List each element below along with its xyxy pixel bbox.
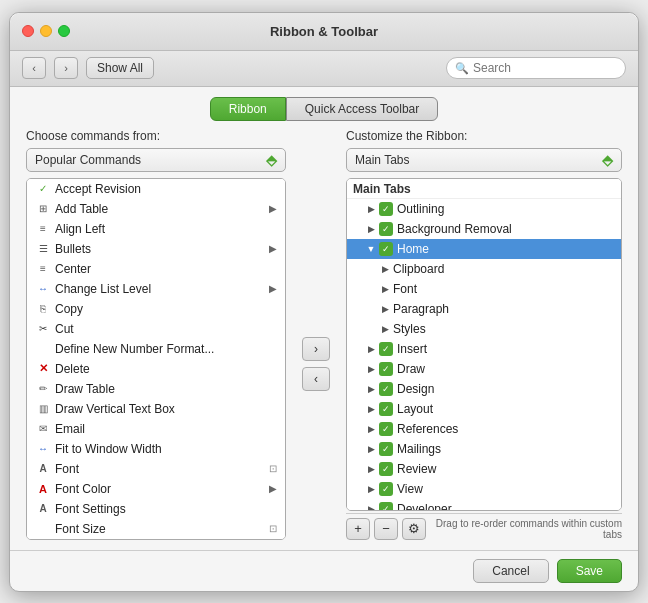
- right-dropdown-text: Main Tabs: [355, 153, 409, 167]
- list-item[interactable]: ⎘ Copy: [27, 299, 285, 319]
- ribbon-tree[interactable]: Main Tabs ▶ ✓ Outlining ▶ ✓ Background R…: [346, 178, 622, 511]
- list-item[interactable]: ▥ Draw Vertical Text Box: [27, 399, 285, 419]
- toggle-icon[interactable]: ▶: [379, 303, 391, 315]
- list-item[interactable]: ⊞ Add Table ▶: [27, 199, 285, 219]
- ribbon-bottom-bar: + − ⚙ Drag to re-order commands within c…: [346, 513, 622, 540]
- add-tab-button[interactable]: +: [346, 518, 370, 540]
- arrow-icon: ▶: [269, 203, 277, 214]
- list-item[interactable]: Font Size ⊡: [27, 519, 285, 539]
- toggle-icon[interactable]: ▶: [365, 443, 377, 455]
- tree-item[interactable]: ▶ ✓ View: [347, 479, 621, 499]
- add-to-ribbon-button[interactable]: ›: [302, 337, 330, 361]
- list-item[interactable]: ☰ Bullets ▶: [27, 239, 285, 259]
- right-dropdown[interactable]: Main Tabs ⬘: [346, 148, 622, 172]
- toggle-icon[interactable]: ▶: [365, 503, 377, 511]
- remove-from-ribbon-button[interactable]: ‹: [302, 367, 330, 391]
- toggle-icon[interactable]: ▶: [365, 463, 377, 475]
- toggle-icon[interactable]: ▶: [365, 483, 377, 495]
- list-item[interactable]: ✂ Cut: [27, 319, 285, 339]
- cancel-button[interactable]: Cancel: [473, 559, 548, 583]
- tree-item[interactable]: ▶ ✓ Layout: [347, 399, 621, 419]
- left-dropdown-text: Popular Commands: [35, 153, 141, 167]
- tree-item[interactable]: ▶ Styles: [347, 319, 621, 339]
- arrow-icon: ▶: [269, 243, 277, 254]
- check-icon: ✓: [379, 502, 393, 511]
- left-panel: Choose commands from: Popular Commands ⬘…: [26, 129, 286, 540]
- check-icon: ✓: [379, 482, 393, 496]
- list-item[interactable]: ≡ Center: [27, 259, 285, 279]
- center-icon: ≡: [35, 261, 51, 277]
- tree-item[interactable]: ▶ ✓ Outlining: [347, 199, 621, 219]
- right-dropdown-arrow: ⬘: [602, 152, 613, 168]
- toggle-icon[interactable]: ▶: [365, 383, 377, 395]
- tab-ribbon[interactable]: Ribbon: [210, 97, 286, 121]
- toggle-icon[interactable]: ▶: [365, 223, 377, 235]
- draw-table-icon: ✏: [35, 381, 51, 397]
- maximize-button[interactable]: [58, 25, 70, 37]
- tree-item[interactable]: ▶ Clipboard: [347, 259, 621, 279]
- toggle-icon[interactable]: ▶: [365, 423, 377, 435]
- save-button[interactable]: Save: [557, 559, 622, 583]
- toggle-icon[interactable]: ▶: [365, 343, 377, 355]
- list-item[interactable]: AB¹ Footnote: [27, 539, 285, 540]
- tree-item[interactable]: ▶ ✓ Mailings: [347, 439, 621, 459]
- back-button[interactable]: ‹: [22, 57, 46, 79]
- tabs-bar: Ribbon Quick Access Toolbar: [10, 87, 638, 129]
- list-item[interactable]: A Font Color ▶: [27, 479, 285, 499]
- commands-list[interactable]: ✓ Accept Revision ⊞ Add Table ▶ ≡ Align …: [26, 178, 286, 540]
- tree-item[interactable]: ▶ ✓ Review: [347, 459, 621, 479]
- arrow-icon: ▶: [269, 483, 277, 494]
- bullets-icon: ☰: [35, 241, 51, 257]
- tree-item-home[interactable]: ▼ ✓ Home: [347, 239, 621, 259]
- remove-tab-button[interactable]: −: [374, 518, 398, 540]
- tree-item[interactable]: ▶ Paragraph: [347, 299, 621, 319]
- check-icon: ✓: [379, 442, 393, 456]
- search-box: 🔍: [446, 57, 626, 79]
- list-item[interactable]: ✉ Email: [27, 419, 285, 439]
- transfer-arrows: › ‹: [296, 189, 336, 540]
- right-icon: ⊡: [269, 463, 277, 474]
- font-settings-icon: A: [35, 501, 51, 517]
- toggle-icon[interactable]: ▶: [365, 363, 377, 375]
- show-all-button[interactable]: Show All: [86, 57, 154, 79]
- tree-item[interactable]: ▶ ✓ Background Removal: [347, 219, 621, 239]
- settings-button[interactable]: ⚙: [402, 518, 426, 540]
- list-item[interactable]: ↔ Fit to Window Width: [27, 439, 285, 459]
- left-dropdown-arrow: ⬘: [266, 152, 277, 168]
- toolbar: ‹ › Show All 🔍: [10, 51, 638, 87]
- list-item[interactable]: ≡ Align Left: [27, 219, 285, 239]
- textbox-icon: ▥: [35, 401, 51, 417]
- tree-item[interactable]: ▶ ✓ Draw: [347, 359, 621, 379]
- check-icon: ✓: [379, 382, 393, 396]
- toggle-icon[interactable]: ▶: [365, 403, 377, 415]
- list-item[interactable]: A Font Settings: [27, 499, 285, 519]
- list-item[interactable]: Define New Number Format...: [27, 339, 285, 359]
- minimize-button[interactable]: [40, 25, 52, 37]
- list-item[interactable]: ✏ Draw Table: [27, 379, 285, 399]
- list-item[interactable]: ✕ Delete: [27, 359, 285, 379]
- list-item[interactable]: ↔ Change List Level ▶: [27, 279, 285, 299]
- toggle-icon[interactable]: ▶: [379, 323, 391, 335]
- list-item[interactable]: A Font ⊡: [27, 459, 285, 479]
- main-tabs-header: Main Tabs: [347, 179, 621, 199]
- close-button[interactable]: [22, 25, 34, 37]
- tree-item[interactable]: ▶ Font: [347, 279, 621, 299]
- tab-quick-access[interactable]: Quick Access Toolbar: [286, 97, 439, 121]
- search-input[interactable]: [473, 61, 617, 75]
- tree-item[interactable]: ▶ ✓ References: [347, 419, 621, 439]
- accept-revision-icon: ✓: [35, 181, 51, 197]
- email-icon: ✉: [35, 421, 51, 437]
- list-item[interactable]: ✓ Accept Revision: [27, 179, 285, 199]
- tree-item[interactable]: ▶ ✓ Developer: [347, 499, 621, 511]
- toggle-icon[interactable]: ▶: [379, 263, 391, 275]
- forward-button[interactable]: ›: [54, 57, 78, 79]
- toggle-icon[interactable]: ▶: [365, 203, 377, 215]
- tree-item[interactable]: ▶ ✓ Design: [347, 379, 621, 399]
- footer: Cancel Save: [10, 550, 638, 591]
- tree-item[interactable]: ▶ ✓ Insert: [347, 339, 621, 359]
- delete-icon: ✕: [35, 361, 51, 377]
- toggle-icon[interactable]: ▼: [365, 243, 377, 255]
- format-icon: [35, 341, 51, 357]
- left-dropdown[interactable]: Popular Commands ⬘: [26, 148, 286, 172]
- toggle-icon[interactable]: ▶: [379, 283, 391, 295]
